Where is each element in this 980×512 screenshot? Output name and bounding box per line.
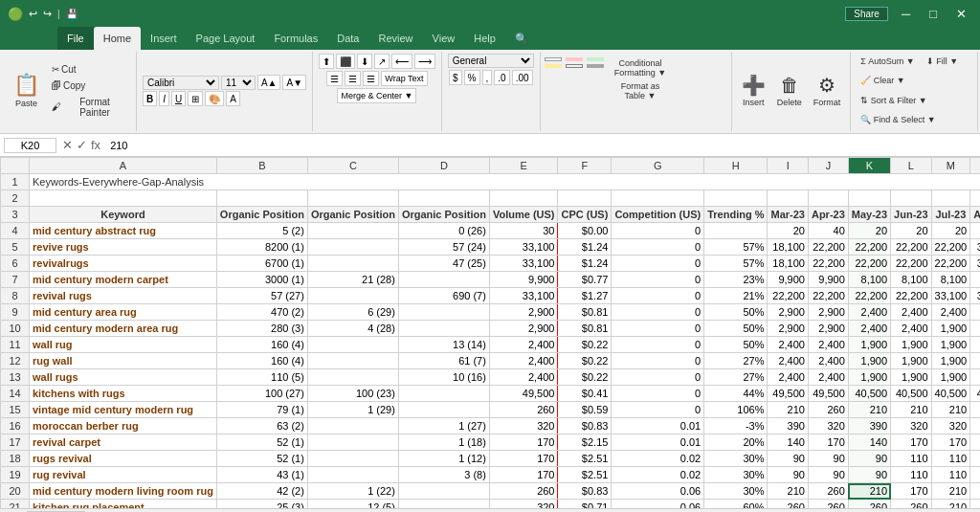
table-cell[interactable]	[848, 190, 890, 207]
table-cell[interactable]: 110	[931, 467, 970, 483]
table-cell[interactable]: 2,900	[489, 321, 558, 337]
table-cell[interactable]: 90	[848, 467, 890, 483]
table-cell[interactable]	[808, 190, 848, 207]
table-cell[interactable]: 1,900	[931, 353, 970, 369]
table-cell[interactable]: 33,100	[931, 288, 970, 304]
col-header-D[interactable]: D	[398, 158, 489, 174]
table-cell[interactable]: 30%	[704, 451, 768, 467]
table-cell[interactable]: 52 (1)	[216, 451, 307, 467]
col-header-H[interactable]: H	[704, 158, 768, 174]
table-cell[interactable]: $0.00	[558, 223, 612, 239]
table-cell[interactable]: kitchens with rugs	[30, 386, 217, 402]
table-cell[interactable]: 20	[768, 223, 808, 239]
table-cell[interactable]: 0.02	[612, 467, 704, 483]
table-cell[interactable]: $0.83	[558, 483, 612, 500]
table-cell[interactable]: 0.01	[612, 418, 704, 434]
copy-button[interactable]: 🗐 Copy	[48, 78, 130, 93]
table-cell[interactable]	[398, 500, 489, 509]
table-cell[interactable]: 110	[931, 451, 970, 467]
table-cell[interactable]: 0	[612, 353, 704, 369]
table-cell[interactable]: 280 (3)	[216, 321, 307, 337]
table-cell[interactable]: 0	[612, 402, 704, 418]
table-cell[interactable]: $0.71	[558, 500, 612, 509]
table-cell[interactable]: 1,900	[848, 337, 890, 353]
table-cell[interactable]: 57 (27)	[216, 288, 307, 304]
style-good[interactable]	[587, 57, 604, 61]
close-button[interactable]: ✕	[950, 7, 972, 21]
col-header-I[interactable]: I	[768, 158, 808, 174]
table-cell[interactable]: 20%	[704, 434, 768, 451]
table-cell[interactable]: 4 (28)	[307, 321, 398, 337]
table-cell[interactable]: 23%	[704, 272, 768, 288]
table-cell[interactable]	[398, 304, 489, 321]
clear-button[interactable]: 🧹 Clear ▼	[857, 74, 908, 87]
table-cell[interactable]: Mar-23	[768, 207, 808, 223]
table-cell[interactable]: 260	[808, 500, 848, 509]
table-cell[interactable]: 1,900	[848, 369, 890, 386]
table-cell[interactable]: 260	[808, 402, 848, 418]
table-cell[interactable]: 1,900	[931, 369, 970, 386]
table-cell[interactable]: 2,900	[970, 304, 980, 321]
table-cell[interactable]: May-23	[848, 207, 890, 223]
align-middle-button[interactable]: ⬛	[336, 54, 355, 69]
table-cell[interactable]: $0.83	[558, 418, 612, 434]
table-cell[interactable]: 50%	[704, 337, 768, 353]
table-cell[interactable]: 160 (4)	[216, 337, 307, 353]
table-cell[interactable]	[307, 337, 398, 353]
table-cell[interactable]: 12 (5)	[307, 500, 398, 509]
table-cell[interactable]: revive rugs	[30, 239, 217, 256]
table-cell[interactable]: 22,200	[891, 256, 931, 272]
share-button[interactable]: Share	[845, 7, 888, 21]
table-cell[interactable]: 320	[489, 418, 558, 434]
table-cell[interactable]: 0	[612, 321, 704, 337]
table-cell[interactable]: 260	[891, 500, 931, 509]
table-cell[interactable]	[30, 190, 217, 207]
col-header-E[interactable]: E	[489, 158, 558, 174]
table-cell[interactable]: wall rugs	[30, 369, 217, 386]
table-cell[interactable]: 2,400	[768, 337, 808, 353]
table-cell[interactable]: 21 (28)	[307, 272, 398, 288]
tab-pagelayout[interactable]: Page Layout	[187, 27, 265, 50]
table-cell[interactable]: 100 (23)	[307, 386, 398, 402]
table-cell[interactable]: Organic Position	[307, 207, 398, 223]
table-cell[interactable]: 52 (1)	[216, 434, 307, 451]
table-cell[interactable]: 1 (22)	[307, 483, 398, 500]
table-cell[interactable]	[398, 386, 489, 402]
table-cell[interactable]: 3000 (1)	[216, 272, 307, 288]
table-cell[interactable]: 22,200	[931, 239, 970, 256]
table-cell[interactable]: 49,500	[808, 386, 848, 402]
table-cell[interactable]: Competition (US)	[612, 207, 704, 223]
table-cell[interactable]: 690 (7)	[398, 288, 489, 304]
comma-button[interactable]: ,	[482, 70, 493, 85]
table-cell[interactable]	[768, 190, 808, 207]
table-cell[interactable]: 0.02	[612, 451, 704, 467]
table-cell[interactable]: 260	[970, 483, 980, 500]
decimal-inc-button[interactable]: .0	[494, 70, 509, 85]
underline-button[interactable]: U	[171, 91, 186, 106]
number-format-select[interactable]: General	[448, 54, 534, 68]
table-cell[interactable]: mid century modern area rug	[30, 321, 217, 337]
table-cell[interactable]: 43 (1)	[216, 467, 307, 483]
table-cell[interactable]: 210	[931, 483, 970, 500]
table-cell[interactable]: 2,400	[768, 369, 808, 386]
format-as-table-button[interactable]: Format asTable ▼	[611, 80, 670, 101]
table-cell[interactable]: 40,500	[848, 386, 890, 402]
table-cell[interactable]: moroccan berber rug	[30, 418, 217, 434]
table-cell[interactable]: 22,200	[848, 239, 890, 256]
table-cell[interactable]: 20	[848, 223, 890, 239]
table-cell[interactable]: 140	[970, 467, 980, 483]
table-cell[interactable]: 40	[808, 223, 848, 239]
table-cell[interactable]: 260	[848, 500, 890, 509]
table-cell[interactable]: 1,900	[970, 337, 980, 353]
table-cell[interactable]: 18,100	[768, 239, 808, 256]
table-cell[interactable]: 22,200	[891, 239, 931, 256]
cut-button[interactable]: ✂ Cut	[48, 62, 130, 77]
table-cell[interactable]: Volume (US)	[489, 207, 558, 223]
font-size-select[interactable]: 11	[221, 76, 256, 90]
table-cell[interactable]: 210	[970, 434, 980, 451]
table-cell[interactable]: $1.24	[558, 256, 612, 272]
percent-button[interactable]: %	[464, 70, 480, 85]
table-cell[interactable]: 260	[489, 402, 558, 418]
table-cell[interactable]: 2,400	[808, 337, 848, 353]
table-cell[interactable]: 22,200	[931, 256, 970, 272]
